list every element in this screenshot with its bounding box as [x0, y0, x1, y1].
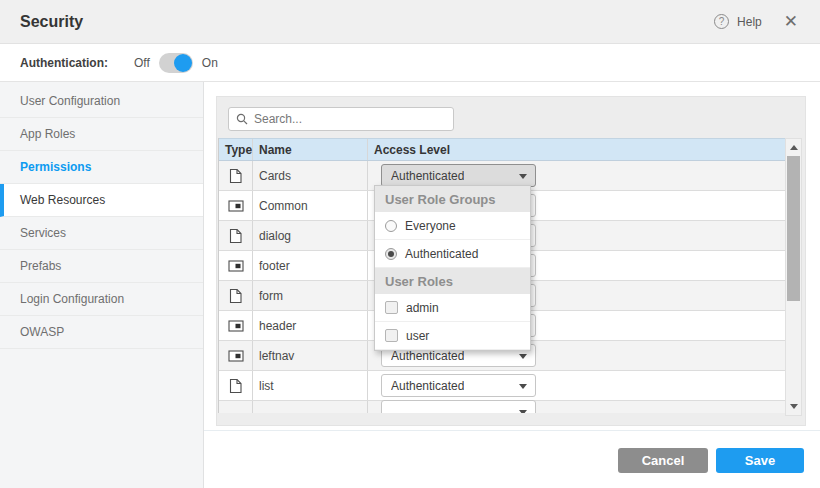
radio-icon[interactable]: [385, 220, 397, 232]
titlebar: Security ? Help ✕: [0, 0, 820, 44]
save-button[interactable]: Save: [716, 448, 804, 473]
type-cell: [219, 161, 253, 190]
sidebar-item-user-configuration[interactable]: User Configuration: [0, 85, 203, 118]
type-cell: [219, 281, 253, 310]
toggle-on-label: On: [202, 56, 218, 70]
type-cell: [219, 341, 253, 370]
security-window: Security ? Help ✕ Authentication: Off On…: [0, 0, 820, 488]
dropdown-group-header: User Role Groups: [375, 186, 530, 212]
name-cell: Cards: [253, 161, 368, 190]
vertical-scrollbar[interactable]: [785, 138, 802, 416]
chevron-down-icon: [519, 384, 527, 389]
access-level-dropdown: User Role GroupsEveryoneAuthenticatedUse…: [374, 185, 531, 351]
search-icon: [236, 113, 248, 125]
partial-icon: [228, 260, 244, 272]
dropdown-option-authenticated[interactable]: Authenticated: [375, 240, 530, 268]
partial-icon: [228, 320, 244, 332]
dropdown-option-label: user: [406, 329, 429, 343]
table-header: Type Name Access Level: [219, 138, 785, 161]
name-cell: form: [253, 281, 368, 310]
name-cell: footer: [253, 251, 368, 280]
chevron-down-icon: [519, 410, 527, 414]
type-cell: [219, 191, 253, 220]
column-header-type: Type: [219, 139, 253, 160]
name-cell: header: [253, 311, 368, 340]
sidebar-item-label: OWASP: [20, 325, 64, 339]
sidebar-item-app-roles[interactable]: App Roles: [0, 118, 203, 151]
page-icon: [229, 288, 242, 304]
sidebar-item-label: Services: [20, 226, 66, 240]
sidebar-item-owasp[interactable]: OWASP: [0, 316, 203, 349]
chevron-down-icon: [519, 174, 527, 179]
sidebar: User ConfigurationApp RolesPermissionsWe…: [0, 82, 204, 488]
dropdown-option-everyone[interactable]: Everyone: [375, 212, 530, 240]
authentication-toggle[interactable]: [159, 53, 193, 73]
sidebar-item-label: Prefabs: [20, 259, 61, 273]
sidebar-item-label: Login Configuration: [20, 292, 124, 306]
dropdown-option-label: admin: [406, 301, 439, 315]
sidebar-item-login-configuration[interactable]: Login Configuration: [0, 283, 203, 316]
help-icon[interactable]: ?: [714, 14, 729, 29]
partial-icon: [228, 200, 244, 212]
table-row-list[interactable]: listAuthenticated: [219, 371, 785, 401]
column-header-name: Name: [253, 139, 368, 160]
sidebar-item-label: App Roles: [20, 127, 75, 141]
partial-icon: [228, 350, 244, 362]
authentication-label: Authentication:: [20, 56, 108, 70]
scrollbar-thumb[interactable]: [787, 156, 800, 301]
help-link[interactable]: Help: [737, 15, 762, 29]
sidebar-item-label: User Configuration: [20, 94, 120, 108]
type-cell: [219, 311, 253, 340]
sidebar-item-services[interactable]: Services: [0, 217, 203, 250]
chevron-down-icon: [519, 354, 527, 359]
toggle-off-label: Off: [134, 56, 150, 70]
page-title: Security: [20, 13, 83, 31]
column-header-access-level: Access Level: [368, 139, 785, 160]
dropdown-option-label: Authenticated: [405, 247, 478, 261]
radio-selected-icon[interactable]: [385, 248, 397, 260]
sidebar-item-label: Web Resources: [20, 193, 105, 207]
access-cell: Authenticated: [368, 371, 785, 400]
main-content: Type Name Access Level CardsAuthenticate…: [204, 82, 820, 488]
access-level-select[interactable]: Authenticated: [381, 374, 536, 397]
search-input[interactable]: [254, 112, 434, 126]
name-cell: Common: [253, 191, 368, 220]
select-value: Authenticated: [391, 169, 464, 183]
sidebar-item-prefabs[interactable]: Prefabs: [0, 250, 203, 283]
type-cell: [219, 371, 253, 400]
sidebar-item-permissions[interactable]: Permissions: [0, 151, 203, 184]
dropdown-option-user[interactable]: user: [375, 322, 530, 350]
name-cell: dialog: [253, 221, 368, 250]
close-icon[interactable]: ✕: [784, 13, 798, 30]
table-row[interactable]: [219, 401, 785, 413]
page-icon: [229, 228, 242, 244]
name-cell: leftnav: [253, 341, 368, 370]
sidebar-item-label: Permissions: [20, 160, 91, 174]
toggle-knob: [174, 54, 192, 72]
cancel-button[interactable]: Cancel: [618, 448, 708, 473]
page-icon: [229, 378, 242, 394]
sidebar-item-web-resources[interactable]: Web Resources: [0, 184, 203, 217]
checkbox-icon[interactable]: [385, 301, 398, 314]
checkbox-icon[interactable]: [385, 329, 398, 342]
type-cell: [219, 401, 253, 413]
dropdown-option-label: Everyone: [405, 219, 456, 233]
name-cell: [253, 401, 368, 413]
page-icon: [229, 168, 242, 184]
access-level-select[interactable]: Authenticated: [381, 164, 536, 187]
dropdown-group-header: User Roles: [375, 268, 530, 294]
scroll-down-icon[interactable]: [790, 404, 798, 409]
search-box[interactable]: [228, 107, 454, 131]
type-cell: [219, 221, 253, 250]
access-cell: [368, 401, 785, 413]
authentication-bar: Authentication: Off On: [0, 44, 820, 82]
footer-divider: [204, 430, 820, 431]
scroll-up-icon[interactable]: [790, 145, 798, 150]
select-value: Authenticated: [391, 379, 464, 393]
dropdown-option-admin[interactable]: admin: [375, 294, 530, 322]
type-cell: [219, 251, 253, 280]
access-level-select[interactable]: [381, 400, 536, 414]
name-cell: list: [253, 371, 368, 400]
